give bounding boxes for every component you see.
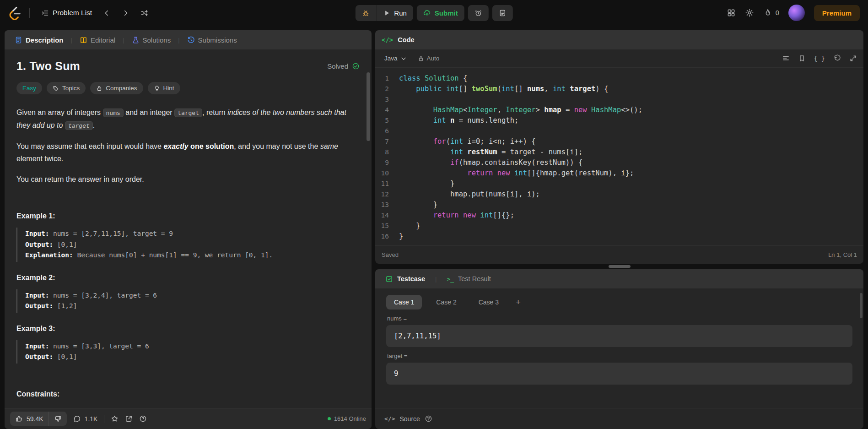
code-line: 4 HashMap<Integer, Integer> hmap = new H… — [375, 105, 863, 115]
line-number: 4 — [375, 105, 399, 115]
snippets-button[interactable]: { } — [814, 55, 825, 62]
field-input[interactable]: 9 — [386, 363, 852, 385]
line-number: 13 — [375, 200, 399, 210]
prev-problem-button[interactable] — [99, 5, 115, 21]
resize-handle[interactable] — [609, 265, 631, 268]
comments-button[interactable]: 1.1K — [73, 415, 98, 423]
line-content: } — [399, 221, 421, 231]
tag-topics[interactable]: Topics — [47, 82, 86, 94]
submit-button[interactable]: Submit — [417, 5, 464, 21]
settings-button[interactable] — [745, 8, 754, 17]
line-number: 16 — [375, 231, 399, 242]
undo-icon — [833, 54, 841, 62]
tag-row: Easy TopicsCompaniesHint — [16, 82, 360, 94]
tag-hint[interactable]: Hint — [148, 82, 180, 94]
example-line: Input: nums = [3,2,4], target = 6 — [25, 290, 360, 301]
panel-resize-gap — [375, 264, 863, 269]
bookmark-button[interactable] — [798, 54, 806, 62]
description-panel: Description|Editorial|Solutions|Submissi… — [5, 30, 372, 429]
line-content: } — [399, 231, 403, 242]
description-footer: 59.4K 1.1K 1614 Online — [5, 408, 372, 429]
premium-button[interactable]: Premium — [814, 5, 860, 21]
field-input[interactable]: [2,7,11,15] — [386, 325, 852, 347]
tab-editorial[interactable]: Editorial — [76, 33, 119, 47]
code-line: 10 return new int[]{hmap.get(restNum), i… — [375, 168, 863, 179]
language-selector[interactable]: Java — [382, 53, 410, 64]
comment-icon — [73, 415, 81, 423]
streak-button[interactable]: 0 — [763, 8, 779, 17]
alarm-clock-icon — [474, 9, 482, 17]
tag-label: Hint — [163, 85, 174, 92]
leetcode-logo-icon[interactable] — [8, 6, 22, 20]
constraints-heading: Constraints: — [16, 390, 360, 398]
shuffle-icon — [140, 9, 148, 17]
divider — [104, 415, 104, 423]
code-line: 7 for(int i=0; i<n; i++) { — [375, 136, 863, 147]
code-editor[interactable]: 1class Solution {2 public int[] twoSum(i… — [375, 68, 863, 245]
next-problem-button[interactable] — [118, 5, 134, 21]
line-content: } — [399, 200, 437, 210]
format-button[interactable] — [782, 54, 790, 62]
solved-label: Solved — [327, 62, 348, 70]
dislike-button[interactable] — [49, 412, 67, 426]
field-label: target = — [387, 353, 852, 359]
align-lines-icon — [782, 54, 790, 62]
example-line: Output: [0,1] — [25, 352, 360, 363]
shuffle-button[interactable] — [136, 5, 152, 21]
code-line: 1class Solution { — [375, 73, 863, 84]
tab-solutions[interactable]: Solutions — [128, 33, 175, 47]
tab-test-result[interactable]: >_ Test Result — [443, 272, 494, 286]
statement-paragraph: Given an array of integers nums and an i… — [16, 106, 355, 132]
statement-paragraph: You may assume that each input would hav… — [16, 140, 355, 165]
feedback-button[interactable] — [139, 415, 147, 423]
difficulty-badge[interactable]: Easy — [16, 82, 42, 94]
case-tab-case-3[interactable]: Case 3 — [471, 295, 507, 310]
tab-testcase[interactable]: Testcase — [382, 272, 429, 286]
code-line: 15 } — [375, 221, 863, 231]
testcase-scrollbar[interactable] — [860, 293, 863, 318]
example-line: Output: [1,2] — [25, 301, 360, 312]
example-label: Example 3: — [16, 325, 360, 333]
notes-button[interactable] — [492, 5, 513, 21]
case-tab-case-2[interactable]: Case 2 — [428, 295, 464, 310]
testcase-body: Case 1Case 2Case 3+ nums =[2,7,11,15]tar… — [375, 288, 863, 408]
tab-submissions[interactable]: Submissions — [183, 33, 241, 47]
tab-description[interactable]: Description — [11, 33, 67, 47]
run-button[interactable]: Run — [376, 5, 413, 21]
tab-label: Description — [26, 36, 64, 44]
case-tab-case-1[interactable]: Case 1 — [386, 295, 422, 310]
problem-list-button[interactable]: Problem List — [37, 5, 96, 21]
language-value: Java — [384, 55, 398, 62]
question-circle-icon — [139, 415, 147, 423]
autosave-label: Auto — [427, 55, 440, 62]
avatar[interactable] — [788, 5, 805, 21]
line-number: 12 — [375, 189, 399, 200]
timer-button[interactable] — [468, 5, 489, 21]
code-toolbar: Java Auto { } — [375, 49, 863, 68]
reset-code-button[interactable] — [833, 54, 841, 62]
description-content: 1. Two Sum Solved Easy TopicsCompaniesHi… — [5, 49, 372, 408]
code-line: 6 — [375, 126, 863, 136]
favorite-button[interactable] — [111, 415, 119, 423]
code-line: 3 — [375, 94, 863, 105]
source-button[interactable]: Source — [399, 415, 420, 423]
fullscreen-button[interactable] — [849, 54, 857, 62]
description-scrollbar[interactable] — [367, 72, 370, 141]
like-button[interactable]: 59.4K — [10, 412, 49, 426]
line-content: class Solution { — [399, 73, 467, 84]
expand-icon — [849, 54, 857, 62]
line-number: 1 — [375, 73, 399, 84]
add-case-button[interactable]: + — [513, 297, 523, 307]
tag-companies[interactable]: Companies — [90, 82, 143, 94]
bulb-icon — [154, 85, 160, 92]
debug-button[interactable] — [355, 5, 376, 21]
example-block: Input: nums = [3,2,4], target = 6Output:… — [16, 289, 360, 313]
share-button[interactable] — [125, 415, 133, 423]
code-line: 13 } — [375, 200, 863, 210]
code-panel-header: </> Code — [375, 30, 863, 49]
layout-button[interactable] — [727, 8, 736, 17]
case-tabs: Case 1Case 2Case 3+ — [386, 295, 852, 310]
line-content: int n = nums.length; — [399, 115, 518, 126]
doc-icon — [15, 36, 22, 44]
line-number: 8 — [375, 147, 399, 157]
